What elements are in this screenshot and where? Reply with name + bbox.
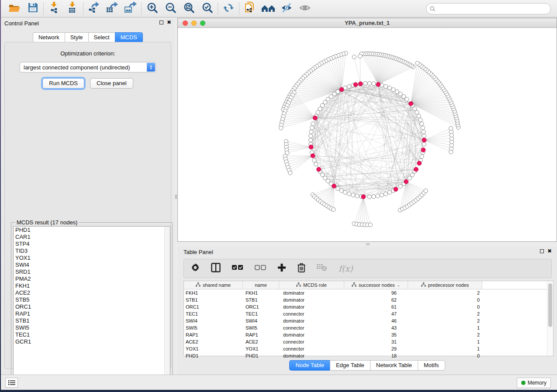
table-cell[interactable] (482, 317, 547, 324)
table-cell[interactable]: connector (279, 345, 344, 352)
close-window-icon[interactable] (183, 21, 188, 26)
table-cell[interactable]: ACE2 (184, 338, 243, 345)
ring-node[interactable] (311, 122, 315, 126)
ring-node[interactable] (310, 126, 314, 130)
deselect-all-button[interactable] (255, 265, 266, 272)
column-header-shared-name[interactable]: shared name (184, 281, 243, 289)
table-cell[interactable] (482, 338, 547, 345)
table-cell[interactable]: 31 (344, 338, 408, 345)
table-cell[interactable]: 18 (344, 352, 408, 359)
first-neighbors-button[interactable] (259, 1, 277, 16)
tab-select[interactable]: Select (88, 32, 115, 43)
table-cell[interactable]: 46 (344, 317, 408, 324)
ring-node[interactable] (422, 134, 426, 138)
open-folder-button[interactable] (5, 1, 24, 16)
ring-node[interactable] (367, 195, 371, 199)
mcds-result-list[interactable]: PHD1CAR1STP4TID3YOX1SWI4SRD1PMA2FKH1ACE2… (13, 226, 170, 382)
mcds-result-item[interactable]: ORC1 (14, 303, 170, 310)
ring-node[interactable] (367, 82, 371, 86)
import-network-button[interactable] (45, 1, 63, 16)
table-cell[interactable]: SWI4 (243, 317, 279, 324)
ring-node[interactable] (343, 190, 347, 194)
table-cell[interactable]: dominator (279, 317, 344, 324)
mcds-result-item[interactable]: ACE2 (14, 289, 170, 296)
mcds-hub-node[interactable] (404, 179, 408, 184)
table-cell[interactable]: 1 (408, 338, 482, 345)
table-cell[interactable]: SWI5 (184, 324, 243, 331)
ring-node[interactable] (380, 193, 384, 197)
table-cell[interactable]: 1 (408, 345, 482, 352)
mcds-hub-node[interactable] (422, 138, 426, 142)
tab-node-table[interactable]: Node Table (289, 360, 330, 371)
ring-node[interactable] (318, 107, 322, 111)
close-panel-icon[interactable]: ✖ (167, 20, 171, 24)
float-panel-icon[interactable] (159, 21, 163, 24)
ring-node[interactable] (422, 130, 426, 134)
ring-node[interactable] (376, 194, 380, 198)
ring-node[interactable] (309, 134, 313, 138)
ring-node[interactable] (413, 107, 417, 111)
table-cell[interactable]: 47 (344, 310, 408, 317)
ring-node[interactable] (372, 195, 376, 199)
mcds-result-item[interactable]: SWI4 (14, 261, 170, 268)
tab-motifs[interactable]: Motifs (418, 360, 445, 371)
table-cell[interactable]: RAP1 (184, 331, 243, 338)
table-cell[interactable] (482, 324, 547, 331)
table-cell[interactable]: 2 (408, 289, 482, 296)
table-row[interactable]: SWI4SWI4dominator462 (184, 317, 553, 324)
network-graph[interactable] (178, 28, 557, 241)
ring-node[interactable] (387, 86, 391, 90)
mcds-hub-node[interactable] (361, 195, 366, 199)
mcds-result-item[interactable]: TEC1 (14, 331, 170, 338)
leaf-node[interactable] (424, 189, 428, 193)
table-cell[interactable]: dominator (279, 296, 344, 303)
export-image-button[interactable] (121, 1, 140, 16)
table-cell[interactable]: dominator (279, 331, 344, 338)
mcds-hub-node[interactable] (332, 184, 336, 188)
ring-node[interactable] (355, 194, 359, 198)
mcds-hub-node[interactable] (376, 83, 381, 87)
table-cell[interactable]: dominator (279, 352, 344, 359)
ring-node[interactable] (384, 84, 387, 88)
export-network-button[interactable] (85, 1, 103, 16)
network-window-titlebar[interactable]: YPA_prune.txt_1 (178, 18, 557, 28)
mcds-hub-node[interactable] (417, 161, 422, 165)
table-cell[interactable]: 0 (408, 352, 482, 359)
search-field[interactable] (426, 3, 551, 14)
leaf-node[interactable] (358, 54, 362, 58)
ring-node[interactable] (309, 130, 313, 134)
refresh-button[interactable] (219, 1, 238, 16)
table-cell[interactable]: connector (279, 310, 344, 317)
ring-node[interactable] (387, 190, 391, 194)
leaf-node[interactable] (352, 55, 356, 59)
table-scrollbar[interactable] (547, 281, 553, 356)
search-input[interactable] (438, 6, 538, 12)
table-cell[interactable]: STB1 (184, 296, 243, 303)
mcds-result-item[interactable]: STB5 (14, 296, 170, 303)
table-cell[interactable]: connector (279, 324, 344, 331)
table-cell[interactable]: FKH1 (184, 289, 243, 296)
column-header-successor-nodes[interactable]: successor nodes⌄ (344, 281, 408, 289)
column-header-MCDS-role[interactable]: MCDS role (279, 281, 344, 289)
mcds-result-item[interactable]: TID3 (14, 248, 170, 254)
mcds-hub-node[interactable] (358, 82, 363, 86)
mcds-result-item[interactable]: YOX1 (14, 254, 170, 261)
tab-mcds[interactable]: MCDS (115, 32, 143, 43)
network-from-file-button[interactable] (241, 1, 259, 16)
zoom-fit-button[interactable] (180, 1, 198, 16)
table-cell[interactable]: SWI5 (243, 324, 279, 331)
table-row[interactable]: SWI5SWI5connector431 (184, 324, 553, 331)
table-cell[interactable] (482, 345, 547, 352)
ring-node[interactable] (336, 89, 340, 93)
mcds-result-item[interactable]: CAR1 (14, 234, 170, 241)
table-cell[interactable]: TEC1 (243, 310, 279, 317)
delete-button[interactable] (298, 263, 305, 274)
ring-node[interactable] (321, 103, 325, 107)
ring-node[interactable] (339, 189, 343, 193)
ring-node[interactable] (420, 155, 424, 158)
table-cell[interactable] (482, 310, 547, 317)
zoom-in-button[interactable] (143, 1, 161, 16)
leaf-node[interactable] (332, 208, 336, 212)
table-cell[interactable]: SWI4 (184, 317, 243, 324)
close-table-panel-icon[interactable]: ✖ (547, 249, 552, 253)
